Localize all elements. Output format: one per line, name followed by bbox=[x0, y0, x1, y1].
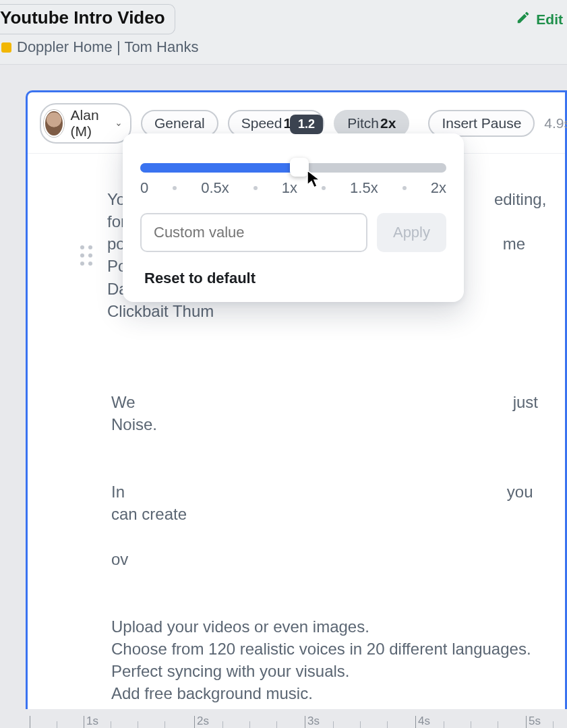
timeline-ruler[interactable]: 1s 2s 3s 4s 5s bbox=[0, 709, 567, 728]
scale-label-0: 0 bbox=[140, 179, 148, 197]
speed-slider[interactable] bbox=[140, 163, 446, 173]
reset-default-button[interactable]: Reset to default bbox=[140, 270, 446, 287]
scale-label-3: 1.5x bbox=[350, 179, 378, 197]
timeline-label: 5s bbox=[529, 715, 541, 728]
page-title[interactable]: Youtube Intro Video bbox=[0, 4, 175, 34]
scale-label-4: 2x bbox=[431, 179, 446, 197]
slider-fill bbox=[140, 163, 297, 173]
pitch-pill[interactable]: Pitch 2x bbox=[334, 110, 409, 137]
pencil-icon bbox=[516, 10, 531, 28]
timeline-label: 4s bbox=[418, 715, 430, 728]
custom-value-input[interactable] bbox=[140, 213, 367, 252]
avatar bbox=[44, 110, 64, 137]
timeline-label: 2s bbox=[197, 715, 209, 728]
scale-dot bbox=[253, 186, 258, 190]
voice-name: Alan (M) bbox=[71, 107, 109, 140]
project-color-icon bbox=[1, 42, 11, 53]
chevron-down-icon bbox=[115, 119, 122, 128]
insert-pause-button[interactable]: Insert Pause bbox=[428, 110, 535, 137]
timeline-label: 3s bbox=[307, 715, 320, 728]
breadcrumb-text: Doppler Home | Tom Hanks bbox=[17, 38, 198, 56]
apply-button[interactable]: Apply bbox=[377, 213, 446, 252]
edit-label: Edit bbox=[536, 11, 563, 28]
breadcrumb[interactable]: Doppler Home | Tom Hanks bbox=[0, 38, 567, 56]
scale-dot bbox=[322, 186, 326, 190]
block-duration: 4.9s | bbox=[544, 115, 567, 131]
scale-label-2: 1x bbox=[282, 179, 297, 197]
scale-dot bbox=[173, 186, 177, 190]
scale-dot bbox=[402, 186, 407, 190]
drag-handle-icon[interactable] bbox=[76, 241, 96, 268]
speed-popover: 1.2 0 0.5x 1x 1.5x 2x Apply Reset to def… bbox=[123, 133, 464, 302]
edit-button[interactable]: Edit bbox=[516, 10, 563, 28]
slider-scale: 0 0.5x 1x 1.5x 2x bbox=[140, 179, 446, 197]
general-pill[interactable]: General bbox=[141, 110, 218, 137]
cursor-icon bbox=[306, 170, 321, 191]
slider-value-badge: 1.2 bbox=[290, 115, 323, 134]
header: Youtube Intro Video Edit Doppler Home | … bbox=[0, 0, 567, 65]
voice-selector[interactable]: Alan (M) bbox=[40, 103, 131, 144]
script-text-continued[interactable]: We just Noise. In you can create bbox=[28, 369, 565, 728]
scale-label-1: 0.5x bbox=[201, 179, 229, 197]
timeline-label: 1s bbox=[86, 715, 98, 728]
